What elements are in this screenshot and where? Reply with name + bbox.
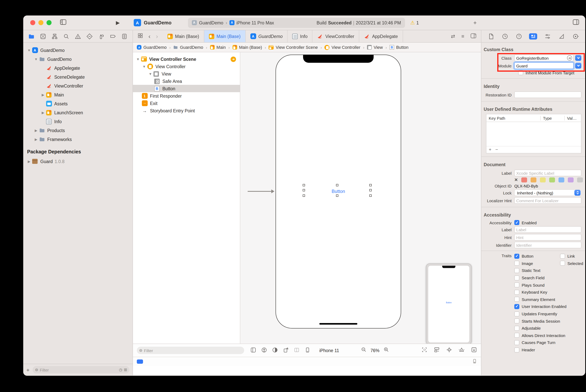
canvas-minimap[interactable]: Button <box>426 264 472 344</box>
selection-handle[interactable] <box>303 189 305 191</box>
trait-button[interactable]: Button <box>514 254 560 259</box>
orientation-icon[interactable] <box>283 347 289 354</box>
breadcrumb-item[interactable]: View <box>367 45 383 50</box>
trait-selected[interactable]: Selected <box>560 261 585 266</box>
trait-checkbox[interactable] <box>514 261 519 266</box>
outline-view-controller-row[interactable]: ▼ View Controller <box>133 63 240 70</box>
module-input-focused[interactable] <box>514 62 573 69</box>
toggle-navigator-icon[interactable] <box>60 19 66 26</box>
col-key-path[interactable]: Key Path <box>486 116 541 120</box>
trait-checkbox[interactable] <box>560 254 565 259</box>
disclosure-open-icon[interactable]: ▼ <box>135 57 141 61</box>
split-preview-icon[interactable] <box>294 347 300 354</box>
add-constraints-icon[interactable] <box>446 346 452 354</box>
outline-safe-area-row[interactable]: Safe Area <box>133 78 240 85</box>
symbol-navigator-icon[interactable] <box>51 33 58 40</box>
project-navigator-icon[interactable] <box>28 33 35 40</box>
runtime-attributes-empty-body[interactable] <box>486 122 581 146</box>
toggle-outline-icon[interactable] <box>250 347 256 354</box>
color-yellow-swatch[interactable] <box>540 178 546 182</box>
trait-checkbox[interactable] <box>514 347 519 352</box>
scene-jump-arrow-icon[interactable]: ➜ <box>231 56 236 62</box>
trait-checkbox[interactable] <box>514 282 519 288</box>
breakpoint-navigator-icon[interactable] <box>109 33 116 40</box>
debug-navigator-icon[interactable] <box>98 33 105 40</box>
breadcrumb-item[interactable]: Main <box>210 45 226 50</box>
trait-checkbox[interactable] <box>514 333 519 338</box>
trait-checkbox[interactable] <box>514 290 519 295</box>
zoom-level[interactable]: 76% <box>370 348 379 353</box>
tab-guarddemo[interactable]: A GuardDemo <box>246 30 288 42</box>
localizer-hint-input[interactable] <box>514 197 581 204</box>
tab-appdelegate[interactable]: AppDelegate <box>359 30 403 42</box>
lock-stepper-button[interactable] <box>574 190 580 196</box>
nav-item-products[interactable]: ▶ Products <box>23 126 133 135</box>
toggle-inspector-icon[interactable] <box>573 19 579 26</box>
trait-updates-frequently[interactable]: Updates Frequently <box>514 311 560 316</box>
adjust-editor-icon[interactable]: ≡ <box>461 33 464 39</box>
accessibility-preview-icon[interactable] <box>261 347 267 354</box>
breadcrumb-item[interactable]: View Controller <box>325 45 360 50</box>
outline-exit-row[interactable]: Exit <box>133 100 240 107</box>
outline-first-responder-row[interactable]: 1 First Responder <box>133 92 240 100</box>
attributes-inspector-icon[interactable] <box>544 33 551 40</box>
device-icon[interactable] <box>305 347 310 354</box>
recent-files-icon[interactable]: ◷ <box>119 368 122 372</box>
trait-image[interactable]: Image <box>514 261 560 266</box>
trait-starts-media-session[interactable]: Starts Media Session <box>514 318 560 324</box>
trait-plays-sound[interactable]: Plays Sound <box>514 282 560 288</box>
nav-item-scenedelegate[interactable]: SceneDelegate <box>23 72 133 81</box>
tab-viewcontroller[interactable]: ViewController <box>313 30 359 42</box>
trait-adjustable[interactable]: Adjustable <box>514 326 560 330</box>
close-window-button[interactable] <box>30 20 35 25</box>
trait-allows-direct-interaction[interactable]: Allows Direct Interaction <box>514 333 560 338</box>
color-blue-swatch[interactable] <box>558 178 564 182</box>
new-tab-button[interactable]: + <box>473 19 477 26</box>
device-name-label[interactable]: iPhone 11 <box>319 348 339 353</box>
lock-select[interactable]: Inherited - (Nothing) <box>514 190 581 196</box>
embed-in-stack-icon[interactable] <box>434 346 440 354</box>
navigator-filter-input[interactable] <box>40 368 118 372</box>
tab-info[interactable]: Info <box>288 30 313 42</box>
minimize-window-button[interactable] <box>38 20 44 25</box>
connections-inspector-icon[interactable] <box>572 33 579 40</box>
outline-filter-input[interactable] <box>144 348 242 353</box>
breadcrumb-item[interactable]: Main (Base) <box>232 45 262 50</box>
help-inspector-icon[interactable]: ? <box>515 33 522 40</box>
trait-user-interaction-enabled[interactable]: User Interaction Enabled <box>514 304 560 309</box>
scheme-selector[interactable]: A GuardDemo › A iPhone 11 Pro Max Build … <box>188 18 405 28</box>
disclosure-closed-icon[interactable]: ▶ <box>26 160 32 163</box>
code-review-icon[interactable]: ⇄ <box>451 33 455 39</box>
restoration-id-input[interactable] <box>514 92 581 98</box>
selection-handle[interactable] <box>303 184 305 186</box>
trait-checkbox[interactable] <box>514 326 519 330</box>
issue-navigator-icon[interactable] <box>75 33 81 40</box>
test-navigator-icon[interactable] <box>86 33 93 40</box>
device-preview-toggle-icon[interactable] <box>472 358 477 365</box>
outline-filter-field[interactable]: ⊜ <box>137 347 244 354</box>
nav-item-frameworks[interactable]: ▶ Frameworks <box>23 135 133 144</box>
add-attribute-button[interactable]: + <box>489 147 491 152</box>
storyboard-canvas[interactable]: Button Bu <box>240 52 481 344</box>
go-forward-icon[interactable]: › <box>156 33 158 40</box>
outline-view-row[interactable]: ▼ View <box>133 70 240 78</box>
trait-checkbox[interactable] <box>514 268 519 273</box>
disclosure-closed-icon[interactable]: ▶ <box>33 128 39 132</box>
storyboard-status-badge[interactable] <box>137 360 143 364</box>
accessibility-enabled-checkbox[interactable] <box>514 220 519 225</box>
accessibility-identifier-input[interactable] <box>514 242 581 248</box>
trait-checkbox[interactable] <box>514 304 519 309</box>
outline-button-row-selected[interactable]: B Button <box>133 85 240 92</box>
disclosure-open-icon[interactable]: ▼ <box>148 72 153 76</box>
disclosure-open-icon[interactable]: ▼ <box>33 57 39 61</box>
accessibility-label-input[interactable] <box>514 226 581 233</box>
inherit-module-checkbox[interactable] <box>518 70 523 75</box>
selection-handle[interactable] <box>369 184 372 186</box>
identity-inspector-icon[interactable] <box>529 33 537 39</box>
trait-checkbox[interactable] <box>560 261 565 266</box>
nav-item-main-storyboard[interactable]: ▶ Main <box>23 90 133 99</box>
trait-link[interactable]: Link <box>560 254 585 259</box>
class-input[interactable] <box>514 54 573 61</box>
nav-item-appdelegate[interactable]: AppDelegate <box>23 64 133 72</box>
trait-static-text[interactable]: Static Text <box>514 268 560 273</box>
